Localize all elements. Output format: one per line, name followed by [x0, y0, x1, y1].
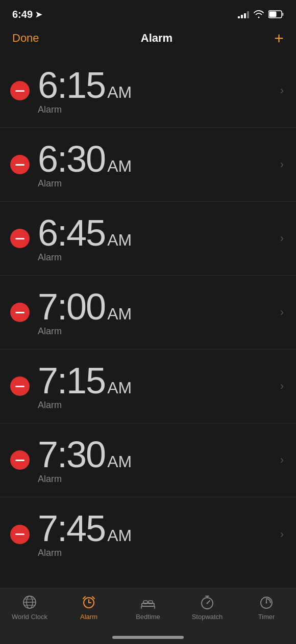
stopwatch-icon: [200, 595, 215, 610]
alarm-label-5: Alarm: [38, 474, 276, 485]
signal-icon: [238, 10, 249, 18]
world-clock-icon: [22, 595, 37, 610]
alarm-time-display-5: 7:30 AM: [38, 436, 276, 473]
delete-button-0[interactable]: [10, 81, 30, 100]
alarm-time-value-2: 6:45: [38, 214, 105, 251]
tab-alarm[interactable]: Alarm: [59, 595, 118, 621]
alarm-ampm-3: AM: [107, 305, 132, 324]
alarm-info-2: 6:45 AM Alarm: [38, 214, 276, 263]
delete-button-5[interactable]: [10, 450, 30, 470]
tab-timer-label: Timer: [258, 613, 275, 621]
delete-button-4[interactable]: [10, 377, 30, 396]
home-indicator: [112, 636, 184, 639]
delete-button-2[interactable]: [10, 229, 30, 248]
alarm-item-3: 7:00 AM Alarm ›: [0, 276, 296, 350]
alarm-time-value-5: 7:30: [38, 436, 105, 473]
alarm-time-value-4: 7:15: [38, 362, 105, 399]
alarm-ampm-1: AM: [107, 157, 132, 176]
alarm-item-6: 7:45 AM Alarm ›: [0, 497, 296, 571]
wifi-icon: [253, 10, 264, 18]
alarm-info-1: 6:30 AM Alarm: [38, 141, 276, 189]
alarm-label-6: Alarm: [38, 548, 276, 558]
tab-bedtime-label: Bedtime: [136, 613, 160, 621]
bar1: [238, 16, 240, 18]
status-bar: 6:49 ➤: [0, 0, 296, 25]
alarm-time-display-0: 6:15 AM: [38, 67, 276, 103]
delete-button-1[interactable]: [10, 155, 30, 174]
tab-stopwatch-label: Stopwatch: [192, 613, 223, 621]
nav-bar: Done Alarm +: [0, 25, 296, 54]
chevron-icon-1[interactable]: ›: [280, 158, 284, 171]
alarm-label-2: Alarm: [38, 252, 276, 263]
alarm-time-display-1: 6:30 AM: [38, 141, 276, 177]
tab-bedtime[interactable]: Bedtime: [118, 595, 178, 621]
page-title: Alarm: [141, 32, 172, 45]
tab-stopwatch[interactable]: Stopwatch: [178, 595, 237, 621]
alarm-item-4: 7:15 AM Alarm ›: [0, 350, 296, 423]
status-time: 6:49 ➤: [12, 9, 42, 20]
alarm-time-display-6: 7:45 AM: [38, 510, 276, 547]
delete-button-6[interactable]: [10, 525, 30, 544]
add-alarm-button[interactable]: +: [274, 30, 284, 46]
svg-rect-2: [269, 12, 277, 17]
timer-icon: [259, 595, 274, 610]
alarm-info-3: 7:00 AM Alarm: [38, 288, 276, 337]
alarm-info-4: 7:15 AM Alarm: [38, 362, 276, 411]
alarm-ampm-2: AM: [107, 231, 132, 250]
alarm-item-0: 6:15 AM Alarm ›: [0, 54, 296, 128]
bedtime-icon: [140, 595, 156, 610]
chevron-icon-5[interactable]: ›: [280, 453, 284, 467]
tab-world-clock-label: World Clock: [12, 613, 47, 621]
chevron-icon-6[interactable]: ›: [280, 528, 284, 541]
alarm-time-value-3: 7:00: [38, 288, 105, 325]
tab-alarm-label: Alarm: [80, 613, 97, 621]
alarm-item-1: 6:30 AM Alarm ›: [0, 128, 296, 202]
alarm-item-2: 6:45 AM Alarm ›: [0, 202, 296, 276]
alarm-time-value-0: 6:15: [38, 67, 105, 103]
chevron-icon-2[interactable]: ›: [280, 232, 284, 245]
svg-rect-1: [282, 13, 284, 16]
chevron-icon-3[interactable]: ›: [280, 306, 284, 319]
alarm-ampm-6: AM: [107, 526, 132, 545]
alarm-time-display-3: 7:00 AM: [38, 288, 276, 325]
chevron-icon-0[interactable]: ›: [280, 84, 284, 97]
svg-point-25: [266, 602, 267, 604]
alarm-label-4: Alarm: [38, 400, 276, 411]
alarm-time-value-1: 6:30: [38, 141, 105, 177]
location-icon: ➤: [35, 10, 42, 19]
battery-icon: [268, 10, 284, 18]
alarm-icon: [81, 595, 96, 610]
alarm-time-display-4: 7:15 AM: [38, 362, 276, 399]
bar2: [241, 15, 243, 18]
svg-line-11: [83, 597, 85, 599]
alarm-info-5: 7:30 AM Alarm: [38, 436, 276, 485]
alarm-ampm-0: AM: [107, 83, 132, 102]
alarm-time-display-2: 6:45 AM: [38, 214, 276, 251]
tab-world-clock[interactable]: World Clock: [0, 595, 59, 621]
status-icons: [238, 10, 284, 18]
alarm-label-3: Alarm: [38, 326, 276, 337]
alarm-info-0: 6:15 AM Alarm: [38, 67, 276, 115]
tab-timer[interactable]: Timer: [237, 595, 296, 621]
bar3: [244, 13, 246, 18]
alarm-label-1: Alarm: [38, 178, 276, 189]
alarm-label-0: Alarm: [38, 104, 276, 115]
chevron-icon-4[interactable]: ›: [280, 380, 284, 393]
done-button[interactable]: Done: [12, 32, 39, 45]
bar4: [247, 11, 249, 18]
svg-line-12: [92, 597, 94, 599]
alarm-ampm-5: AM: [107, 452, 132, 471]
alarm-item-5: 7:30 AM Alarm ›: [0, 423, 296, 497]
svg-point-22: [207, 603, 208, 604]
alarm-time-value-6: 7:45: [38, 510, 105, 547]
alarm-ampm-4: AM: [107, 379, 132, 397]
alarm-list: 6:15 AM Alarm › 6:30 AM Alarm › 6:45 AM …: [0, 54, 296, 571]
delete-button-3[interactable]: [10, 303, 30, 322]
clock-display: 6:49: [12, 9, 33, 20]
alarm-info-6: 7:45 AM Alarm: [38, 510, 276, 558]
